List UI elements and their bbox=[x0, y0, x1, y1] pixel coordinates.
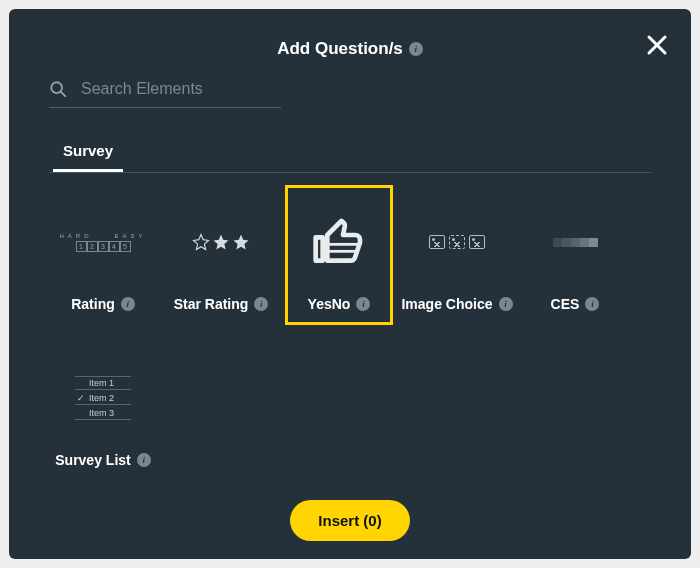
svg-line-3 bbox=[61, 92, 65, 96]
rating-hard-label: HARD bbox=[59, 233, 92, 239]
info-icon[interactable]: i bbox=[356, 297, 370, 311]
tile-label: CES bbox=[551, 296, 580, 312]
search-row bbox=[49, 79, 281, 108]
info-icon[interactable]: i bbox=[409, 42, 423, 56]
tile-star-rating[interactable]: Star Rating i bbox=[167, 185, 275, 325]
rating-icon: HARD EASY 1 2 3 4 5 bbox=[52, 188, 154, 296]
tile-label: Survey List bbox=[55, 452, 130, 468]
tile-label: Star Rating bbox=[174, 296, 249, 312]
survey-list-icon: Item 1 ✓Item 2 Item 3 bbox=[52, 344, 154, 452]
tile-label: Rating bbox=[71, 296, 115, 312]
image-choice-icon bbox=[406, 188, 508, 296]
close-button[interactable] bbox=[643, 31, 671, 59]
tile-survey-list[interactable]: Item 1 ✓Item 2 Item 3 Survey List i bbox=[49, 341, 157, 481]
thumbs-up-icon bbox=[288, 188, 390, 296]
search-input[interactable] bbox=[81, 80, 281, 98]
tile-yesno[interactable]: YesNo i bbox=[285, 185, 393, 325]
info-icon[interactable]: i bbox=[585, 297, 599, 311]
tile-label: YesNo bbox=[308, 296, 351, 312]
add-questions-modal: Add Question/s i Survey HARD EASY 1 bbox=[9, 9, 691, 559]
modal-title: Add Question/s bbox=[277, 39, 403, 59]
ces-icon bbox=[524, 188, 626, 296]
tile-rating[interactable]: HARD EASY 1 2 3 4 5 Rating i bbox=[49, 185, 157, 325]
info-icon[interactable]: i bbox=[121, 297, 135, 311]
tile-label: Image Choice bbox=[401, 296, 492, 312]
tile-image-choice[interactable]: Image Choice i bbox=[403, 185, 511, 325]
tile-ces[interactable]: CES i bbox=[521, 185, 629, 325]
close-icon bbox=[646, 34, 668, 56]
info-icon[interactable]: i bbox=[499, 297, 513, 311]
rating-easy-label: EASY bbox=[115, 233, 147, 239]
svg-point-2 bbox=[51, 82, 62, 93]
modal-header: Add Question/s i bbox=[49, 9, 651, 59]
search-icon bbox=[49, 79, 67, 99]
tab-survey[interactable]: Survey bbox=[53, 142, 123, 172]
info-icon[interactable]: i bbox=[254, 297, 268, 311]
modal-footer: Insert (0) bbox=[9, 500, 691, 541]
star-icon bbox=[170, 188, 272, 296]
tabs: Survey bbox=[49, 142, 651, 173]
insert-button[interactable]: Insert (0) bbox=[290, 500, 409, 541]
question-grid: HARD EASY 1 2 3 4 5 Rating i bbox=[49, 185, 651, 481]
info-icon[interactable]: i bbox=[137, 453, 151, 467]
